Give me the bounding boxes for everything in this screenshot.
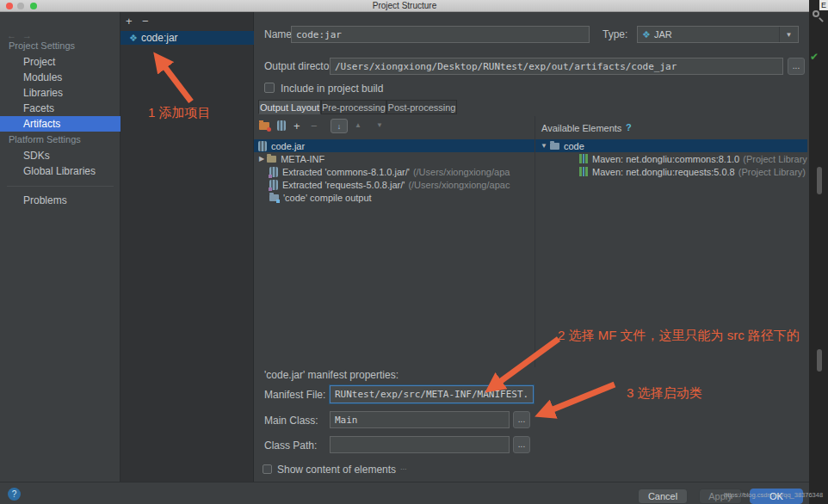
extracted-jar-icon xyxy=(269,180,278,190)
add-element-icon[interactable]: + xyxy=(294,120,300,132)
sidebar-divider xyxy=(7,186,114,187)
move-up-icon[interactable]: ▲ xyxy=(355,122,361,129)
background-window-fragment: E xyxy=(819,0,828,10)
jar-file-icon xyxy=(258,141,267,151)
show-content-label: Show content of elements xyxy=(277,464,396,476)
annotation-step2: 2 选择 MF 文件，这里只能为 src 路径下的 xyxy=(558,328,800,344)
layout-row-label: Extracted 'commons-8.1.0.jar/' xyxy=(282,167,410,177)
layout-row-label: 'code' compile output xyxy=(283,193,372,203)
project-structure-dialog: Project Structure E ✔ ← → Project Settin… xyxy=(0,0,828,504)
background-scrollbar-thumb[interactable] xyxy=(817,167,822,194)
annotation-step1: 1 添加项目 xyxy=(148,105,211,121)
library-icon xyxy=(579,167,588,176)
section-header-platform-settings: Platform Settings xyxy=(9,134,81,144)
window-title: Project Structure xyxy=(0,1,809,10)
remove-element-icon[interactable]: − xyxy=(311,120,318,132)
manifest-file-input[interactable] xyxy=(330,385,534,403)
library-label: Maven: net.dongliu:requests:5.0.8 xyxy=(592,167,735,177)
background-ide-strip: E ✔ xyxy=(809,0,828,504)
window-titlebar: Project Structure xyxy=(0,0,809,12)
dialog-help-button[interactable]: ? xyxy=(8,488,21,501)
library-suffix: (Project Library) xyxy=(743,154,807,164)
layout-row-extracted-commons[interactable]: Extracted 'commons-8.1.0.jar/' (/Users/x… xyxy=(254,165,534,178)
show-content-checkbox[interactable] xyxy=(263,464,272,474)
layout-row-label: META-INF xyxy=(281,154,324,164)
folder-icon xyxy=(267,156,276,163)
remove-artifact-icon[interactable]: − xyxy=(142,15,149,27)
help-icon[interactable]: ? xyxy=(626,122,632,132)
tab-pre-processing[interactable]: Pre-processing xyxy=(321,100,386,114)
type-dropdown[interactable]: ❖ JAR ▼ xyxy=(637,26,799,43)
sidebar-item-project[interactable]: Project xyxy=(0,54,120,70)
search-icon-handle xyxy=(819,17,824,22)
cancel-button[interactable]: Cancel xyxy=(638,489,688,504)
sort-elements-icon[interactable]: ↓ xyxy=(331,119,348,133)
dialog-footer: ? Cancel Apply OK xyxy=(0,482,809,504)
sidebar-item-facets[interactable]: Facets xyxy=(0,101,120,116)
available-row-maven-requests[interactable]: Maven: net.dongliu:requests:5.0.8 (Proje… xyxy=(535,165,807,178)
include-in-build-checkbox[interactable] xyxy=(264,83,275,93)
main-class-browse-button[interactable]: ... xyxy=(513,411,530,428)
artifacts-list-panel: + − ❖ code:jar xyxy=(120,12,254,482)
class-path-input[interactable] xyxy=(330,436,510,453)
module-folder-icon xyxy=(550,143,559,150)
section-header-project-settings: Project Settings xyxy=(9,40,75,51)
layout-row-meta-inf[interactable]: ▶ META-INF xyxy=(254,152,534,165)
add-artifact-icon[interactable]: + xyxy=(126,15,133,27)
manifest-section-label: 'code.jar' manifest properties: xyxy=(264,369,399,381)
annotation-step3: 3 选择启动类 xyxy=(627,385,702,402)
expander-expanded-icon[interactable]: ▼ xyxy=(541,142,547,150)
add-archive-icon[interactable] xyxy=(277,120,286,131)
output-directory-input[interactable] xyxy=(330,58,783,75)
library-icon xyxy=(579,154,588,163)
annotation-arrow-3 xyxy=(542,384,615,414)
output-directory-browse-button[interactable]: ... xyxy=(788,58,805,75)
main-class-input[interactable] xyxy=(330,411,510,428)
compile-output-folder-icon xyxy=(269,194,279,201)
layout-row-compile-output[interactable]: 'code' compile output xyxy=(254,191,534,204)
artifact-label: code:jar xyxy=(141,32,178,44)
available-row-maven-commons[interactable]: Maven: net.dongliu:commons:8.1.0 (Projec… xyxy=(535,152,807,165)
sidebar-item-sdks[interactable]: SDKs xyxy=(0,148,120,163)
sidebar-item-problems[interactable]: Problems xyxy=(0,193,120,208)
sidebar-item-modules[interactable]: Modules xyxy=(0,70,120,85)
include-in-build-label: Include in project build xyxy=(281,83,383,95)
sidebar-item-global-libraries[interactable]: Global Libraries xyxy=(0,163,120,179)
expander-collapsed-icon[interactable]: ▶ xyxy=(259,155,264,163)
jar-type-icon: ❖ xyxy=(642,29,651,40)
tab-output-layout[interactable]: Output Layout xyxy=(258,100,321,114)
layout-row-label: Extracted 'requests-5.0.8.jar/' xyxy=(282,180,405,190)
available-row-label: code xyxy=(564,141,584,151)
search-icon[interactable] xyxy=(813,10,819,17)
layout-row-path: (/Users/xiongxiong/apa xyxy=(413,167,510,177)
sidebar-item-libraries[interactable]: Libraries xyxy=(0,85,120,101)
watermark: https://blog.csdn.net/qq_38376348 xyxy=(724,491,823,499)
type-label: Type: xyxy=(602,28,627,40)
artifact-list-item-code-jar[interactable]: ❖ code:jar xyxy=(120,31,254,45)
main-class-label: Main Class: xyxy=(264,415,318,427)
layout-row-path: (/Users/xiongxiong/apac xyxy=(408,180,510,190)
layout-row-label: code.jar xyxy=(271,141,305,151)
success-check-icon: ✔ xyxy=(810,51,819,63)
class-path-browse-button[interactable]: ... xyxy=(513,436,530,453)
background-scrollbar-thumb[interactable] xyxy=(817,349,822,372)
layout-row-code-jar[interactable]: code.jar xyxy=(254,139,534,152)
chevron-down-icon[interactable]: ▼ xyxy=(779,27,798,42)
manifest-file-label: Manifest File: xyxy=(264,389,325,401)
available-elements-header: Available Elements xyxy=(541,123,621,133)
sidebar-item-artifacts[interactable]: Artifacts xyxy=(0,116,120,132)
add-directory-icon[interactable] xyxy=(259,122,269,130)
library-suffix: (Project Library) xyxy=(738,167,806,177)
layout-row-extracted-requests[interactable]: Extracted 'requests-5.0.8.jar/' (/Users/… xyxy=(254,178,534,191)
name-input[interactable] xyxy=(291,26,590,43)
type-value: JAR xyxy=(654,29,672,40)
tab-post-processing[interactable]: Post-processing xyxy=(386,100,457,114)
settings-sidebar: ← → Project Settings Project Modules Lib… xyxy=(0,12,120,504)
annotation-arrow-2 xyxy=(491,339,559,388)
available-row-code[interactable]: ▼ code xyxy=(535,139,807,152)
forward-arrow-icon[interactable]: → xyxy=(22,30,32,40)
library-label: Maven: net.dongliu:commons:8.1.0 xyxy=(592,154,739,164)
show-content-options-icon[interactable]: ... xyxy=(400,463,407,471)
move-down-icon[interactable]: ▼ xyxy=(376,122,383,129)
back-arrow-icon[interactable]: ← xyxy=(7,30,16,40)
